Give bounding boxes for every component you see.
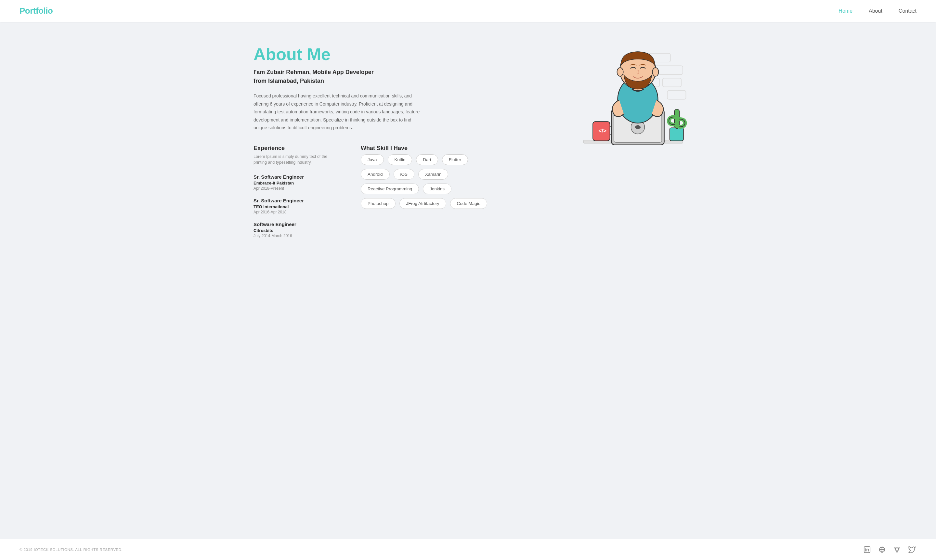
skill-kotlin: Kotlin	[388, 154, 412, 165]
footer-social-icons	[862, 545, 916, 554]
logo-highlight: o	[48, 6, 52, 15]
experience-section: Experience Lorem Ipsum is simply dummy t…	[253, 145, 335, 246]
svg-point-17	[652, 68, 658, 76]
exp-1-company: Embrace-it Pakistan	[253, 181, 335, 186]
main-nav: Home About Contact	[839, 8, 916, 14]
experience-heading: Experience	[253, 145, 335, 152]
svg-rect-3	[663, 78, 681, 87]
skills-tags: Java Kotlin Dart Flutter Android iOS Xam…	[361, 154, 487, 209]
about-title-main: About	[253, 45, 307, 64]
linkedin-icon[interactable]	[862, 545, 872, 554]
about-description: Focused professional having excellent te…	[253, 92, 423, 132]
about-title: About Me	[253, 45, 487, 64]
skill-jfrog: JFrog Atrtifactory	[399, 198, 446, 209]
nav-contact[interactable]: Contact	[899, 8, 916, 14]
logo-text: Portfoli	[20, 6, 48, 15]
svg-rect-11	[670, 128, 683, 141]
exp-item-3: Software Engineer Citrusbits July 2014-M…	[253, 222, 335, 238]
exp-2-duration: Apr 2016-Apr 2018	[253, 210, 335, 214]
skill-flutter: Flutter	[442, 154, 468, 165]
footer-copyright: © 2019 IOTECK SOLUTIONS. ALL RIGHTS RESE…	[20, 548, 123, 552]
twitter-icon[interactable]	[907, 545, 916, 554]
about-title-highlight: Me	[307, 45, 330, 64]
github-icon[interactable]	[893, 545, 902, 554]
globe-icon[interactable]	[877, 545, 887, 554]
illustration: </>	[552, 35, 689, 171]
skill-android: Android	[361, 169, 390, 180]
experience-sub: Lorem Ipsum is simply dummy text of thep…	[253, 154, 335, 166]
svg-rect-4	[667, 91, 686, 99]
svg-text:</>: </>	[598, 127, 606, 134]
exp-item-1: Sr. Software Engineer Embrace-it Pakista…	[253, 174, 335, 191]
svg-point-16	[617, 68, 623, 76]
skill-jenkins: Jenkins	[423, 183, 452, 194]
exp-item-2: Sr. Software Engineer TEO International …	[253, 198, 335, 214]
exp-3-duration: July 2014-March 2016	[253, 234, 335, 238]
about-subtitle: I'am Zubair Rehman, Mobile App Developer…	[253, 68, 487, 85]
logo: Portfolio	[20, 6, 52, 16]
skill-dart: Dart	[416, 154, 438, 165]
skill-ios: iOS	[393, 169, 415, 180]
exp-2-company: TEO International	[253, 204, 335, 209]
exp-1-title: Sr. Software Engineer	[253, 174, 335, 180]
exp-2-title: Sr. Software Engineer	[253, 198, 335, 203]
skill-code-magic: Code Magic	[450, 198, 487, 209]
nav-home[interactable]: Home	[839, 8, 853, 14]
skill-java: Java	[361, 154, 384, 165]
skills-heading: What Skill I Have	[361, 145, 487, 152]
skills-section: What Skill I Have Java Kotlin Dart Flutt…	[361, 145, 487, 246]
exp-3-title: Software Engineer	[253, 222, 335, 227]
exp-1-duration: Apr 2018-Present	[253, 186, 335, 191]
nav-about[interactable]: About	[869, 8, 882, 14]
exp-3-company: Citrusbits	[253, 228, 335, 233]
skill-photoshop: Photoshop	[361, 198, 396, 209]
skill-reactive-programming: Reactive Programming	[361, 183, 419, 194]
skill-xamarin: Xamarin	[418, 169, 448, 180]
